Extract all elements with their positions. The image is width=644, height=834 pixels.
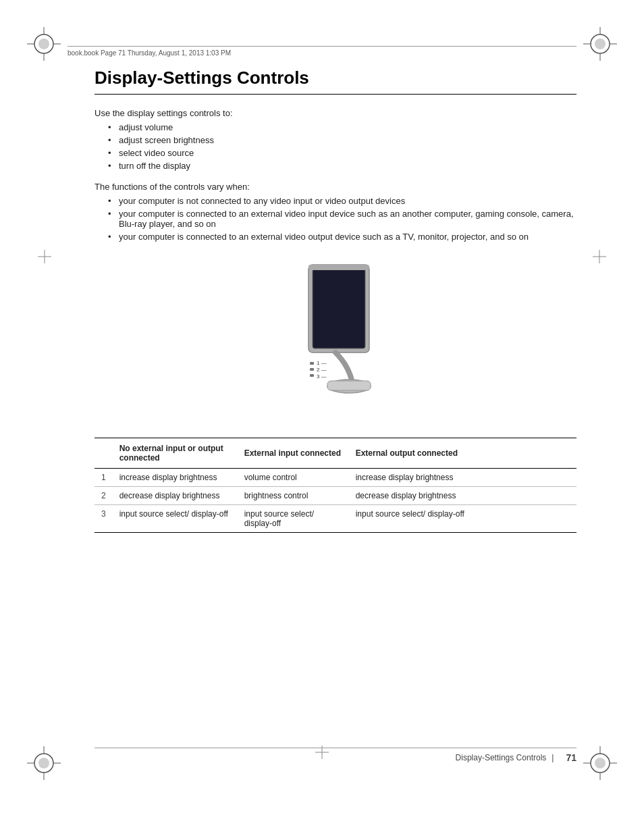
- corner-decoration-tl: [27, 27, 61, 61]
- table-header-ext-output: External output connected: [349, 438, 576, 469]
- functions-bullets: your computer is not connected to any vi…: [108, 196, 576, 242]
- table-header-ext-input: External input connected: [238, 438, 349, 469]
- row-3-no-ext: input source select/ display-off: [113, 505, 238, 533]
- row-1-ext-output: increase display brightness: [349, 469, 576, 487]
- footer-separator: |: [552, 753, 554, 762]
- left-margin-cross: [38, 250, 51, 265]
- svg-text:1 —: 1 —: [317, 360, 327, 366]
- footer-section-label: Display-Settings Controls: [456, 753, 547, 762]
- table-header-no-external: No external input or output connected: [113, 438, 238, 469]
- table-row: 3 input source select/ display-off input…: [95, 505, 576, 533]
- svg-point-7: [595, 38, 606, 49]
- intro-lead: Use the display settings controls to:: [95, 108, 576, 118]
- func-bullet-2: your computer is connected to an externa…: [108, 209, 576, 229]
- row-2-num: 2: [95, 487, 113, 505]
- row-1-no-ext: increase display brightness: [113, 469, 238, 487]
- svg-text:2 —: 2 —: [317, 367, 327, 373]
- row-3-ext-output: input source select/ display-off: [349, 505, 576, 533]
- row-3-num: 3: [95, 505, 113, 533]
- row-2-no-ext: decrease display brightness: [113, 487, 238, 505]
- func-bullet-1: your computer is not connected to any vi…: [108, 196, 576, 206]
- svg-text:3 —: 3 —: [317, 373, 327, 380]
- page-footer: Display-Settings Controls | 71: [95, 748, 576, 763]
- controls-table: No external input or output connected Ex…: [95, 438, 576, 533]
- right-margin-cross: [593, 250, 606, 265]
- corner-decoration-br: [583, 746, 617, 780]
- header-meta: book.book Page 71 Thursday, August 1, 20…: [68, 49, 231, 57]
- main-content: Display-Settings Controls Use the displa…: [95, 68, 576, 533]
- corner-decoration-tr: [583, 27, 617, 61]
- svg-rect-31: [313, 269, 365, 348]
- svg-point-19: [595, 758, 606, 768]
- intro-bullets: adjust volume adjust screen brightness s…: [108, 122, 576, 171]
- func-bullet-3: your computer is connected to an externa…: [108, 232, 576, 242]
- svg-rect-39: [310, 368, 314, 371]
- table-header-num: [95, 438, 113, 469]
- footer-page-number: 71: [566, 752, 576, 763]
- header-bar: book.book Page 71 Thursday, August 1, 20…: [68, 46, 576, 57]
- svg-rect-32: [308, 265, 369, 270]
- functions-lead: The functions of the controls vary when:: [95, 182, 576, 192]
- row-1-ext-input: volume control: [238, 469, 349, 487]
- page-title: Display-Settings Controls: [95, 68, 576, 88]
- page: book.book Page 71 Thursday, August 1, 20…: [0, 0, 644, 834]
- bullet-3: select video source: [108, 148, 576, 158]
- corner-decoration-bl: [27, 746, 61, 780]
- computer-illustration: 1 — 2 — 3 —: [95, 258, 576, 427]
- svg-rect-38: [310, 362, 314, 365]
- bullet-4: turn off the display: [108, 161, 576, 171]
- svg-point-1: [38, 38, 49, 49]
- row-1-num: 1: [95, 469, 113, 487]
- computer-svg: 1 — 2 — 3 —: [261, 258, 410, 427]
- title-divider: [95, 94, 576, 95]
- svg-rect-34: [327, 381, 371, 390]
- row-2-ext-input: brightness control: [238, 487, 349, 505]
- bullet-1: adjust volume: [108, 122, 576, 132]
- bullet-2: adjust screen brightness: [108, 135, 576, 145]
- table-row: 2 decrease display brightness brightness…: [95, 487, 576, 505]
- table-row: 1 increase display brightness volume con…: [95, 469, 576, 487]
- svg-rect-40: [310, 374, 314, 377]
- row-3-ext-input: input source select/ display-off: [238, 505, 349, 533]
- row-2-ext-output: decrease display brightness: [349, 487, 576, 505]
- svg-point-13: [38, 758, 49, 768]
